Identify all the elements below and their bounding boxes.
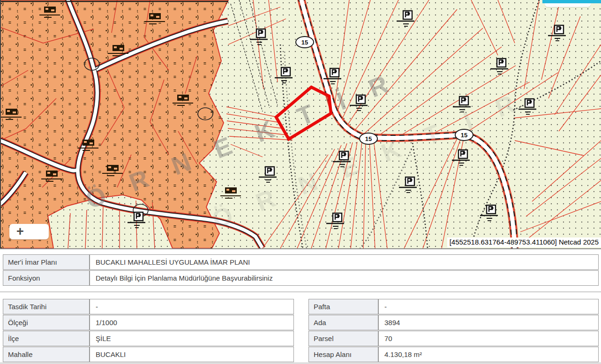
row-value: - [90,299,294,314]
table-row: Hesap Alanı 4.130,18 m² [308,347,599,362]
row-label: İlçe [3,331,90,346]
row-label: Ada [308,315,379,330]
row-value: 4.130,18 m² [379,347,599,362]
table-row: Mer'i İmar Planı BUCAKLI MAHALLESİ UYGUL… [3,254,599,270]
map-viewport[interactable]: •) = t [0,0,601,249]
road-number-label: 15 [455,129,473,141]
row-label: Tasdik Tarihi [3,299,90,314]
table-row: Ada 3894 [308,315,599,330]
table-row: Tasdik Tarihi - [3,299,294,314]
row-label: Hesap Alanı [308,347,379,362]
row-label: Pafta [308,299,379,314]
table-row: Pafta - [308,299,599,314]
row-value: 70 [379,331,599,346]
table-row: Parsel 70 [308,331,599,346]
table-row: Fonksiyon Detaylı Bilgi İçin Planlama Mü… [3,270,599,286]
row-value: 1/1000 [90,315,294,330]
parcel-location-table: Tasdik Tarihi - Ölçeği 1/1000 İlçe ŞİLE … [3,299,294,363]
table-row: Ölçeği 1/1000 [3,315,294,330]
divider [0,291,601,292]
road-number-label: 15 [359,133,378,145]
row-label: Fonksiyon [3,270,90,286]
divider [0,363,601,364]
row-label: Parsel [308,331,379,346]
table-row: Mahalle BUCAKLI [3,347,294,362]
coordinate-readout: [4552518.631764-489753.411060] Netcad 20… [447,238,601,247]
zoom-in-button[interactable]: + [9,224,49,239]
row-value: ŞİLE [90,331,294,346]
road-number-label: 15 [295,36,314,48]
clipped-toolbar-body [545,3,591,7]
parcel-identity-table: Pafta - Ada 3894 Parsel 70 Hesap Alanı 4… [308,299,599,363]
clipped-toolbar-accent[interactable] [542,0,601,3]
row-label: Mer'i İmar Planı [3,254,90,270]
row-value: Detaylı Bilgi İçin Planlama Müdürlüğüne … [90,270,599,286]
page: •) = t [0,0,601,364]
row-label: Mahalle [3,347,90,362]
row-value: - [379,299,599,314]
table-row: İlçe ŞİLE [3,331,294,346]
row-value: 3894 [379,315,599,330]
row-value: BUCAKLI MAHALLESİ UYGULAMA İMAR PLANI [90,254,599,270]
plan-info-table: Mer'i İmar Planı BUCAKLI MAHALLESİ UYGUL… [3,254,599,286]
row-label: Ölçeği [3,315,90,330]
row-value: BUCAKLI [90,347,294,362]
plus-icon: + [16,224,24,239]
